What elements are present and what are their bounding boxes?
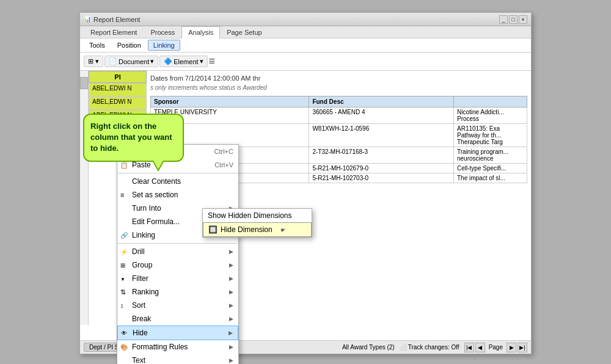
formatting-arrow: ▶ [229,344,233,350]
toolbar-element-btn[interactable]: 🔷 Element ▾ [159,56,207,67]
desc-cell: The impact of sl... [454,173,527,183]
toolbar-group-left: ⊞ ▾ 📄 Document ▾ 🔷 Element ▾ ≡ [84,55,215,68]
toolbar-expand-btn[interactable]: ≡ [209,55,216,68]
table-row: TEMPLE UNIVERSITY 360665 - AMEND 4 Nicot… [151,107,527,124]
sub-tab-linking[interactable]: Linking [148,40,180,51]
menu-set-section[interactable]: Set as section [117,188,238,202]
tab-report-element[interactable]: Report Element [84,26,144,38]
document-dropdown-icon: ▾ [150,57,154,65]
sub-tab-tools[interactable]: Tools [84,40,111,51]
sort-icon [120,302,124,309]
menu-break[interactable]: Break ▶ [117,312,238,326]
menu-formatting-rules[interactable]: Formatting Rules ▶ [117,340,238,354]
nav-prev-btn[interactable]: ◀ [475,343,485,352]
menu-sort[interactable]: Sort ▶ [117,299,238,312]
drill-icon [120,248,128,255]
break-arrow: ▶ [229,316,233,322]
status-all-award: All Award Types (2) [342,344,395,351]
menu-separator-2 [117,243,238,244]
hide-arrow: ▶ [229,330,233,336]
maximize-button[interactable]: □ [509,15,518,24]
element-dropdown-icon: ▾ [200,57,203,65]
menu-ranking[interactable]: Ranking ▶ [117,285,238,299]
nav-first-btn[interactable]: |◀ [464,343,474,352]
track-changes-icon: ⬜ [400,344,406,351]
tab-page-setup[interactable]: Page Setup [220,26,269,38]
col-fund: Fund Desc [309,96,454,107]
fund-cell: 5-R21-MH-102703-0 [309,173,454,183]
table-row: ARMY W81XWH-12-1-0596 AR110135: Exa Path… [151,124,527,147]
fund-cell: W81XWH-12-1-0596 [309,124,454,147]
menu-text[interactable]: Text ▶ [117,354,238,364]
document-icon: 📄 [109,57,117,65]
report-header: Dates from 7/1/2014 12:00:00 AM thr [150,75,527,82]
ribbon-toolbar: ⊞ ▾ 📄 Document ▾ 🔷 Element ▾ ≡ [80,53,531,71]
rank-icon [120,288,126,296]
hide-icon [121,329,127,337]
close-button[interactable]: × [519,15,527,24]
menu-separator-1 [117,173,238,173]
submenu-show-hidden[interactable]: Show Hidden Dimensions [203,209,312,222]
group-icon [120,261,125,269]
window-title: Report Element [93,16,497,23]
cursor-indicator: ☛ [280,227,286,233]
ribbon-tabs: Report Element Process Analysis Page Set… [80,26,531,38]
desc-cell: Cell-type Specifi... [454,164,527,173]
filter-icon [120,275,125,282]
desc-cell: Training program... neuroscience [454,147,527,164]
fund-cell: 360665 - AMEND 4 [309,107,454,124]
title-bar: 📊 Report Element _ □ × [80,13,531,26]
pi-cell-2: ABEL,EDWI N [89,96,147,110]
hide-dim-icon: 🔲 [208,225,218,234]
main-window: 📊 Report Element _ □ × Report Element Pr… [79,12,532,354]
status-track-changes: ⬜ Track changes: Off [400,344,459,351]
paste-icon: 📋 [120,162,128,169]
ranking-arrow: ▶ [229,289,233,295]
hide-submenu: Show Hidden Dimensions 🔲 Hide Dimension … [202,208,312,238]
sub-tab-position[interactable]: Position [112,40,147,51]
window-icon: 📊 [84,16,91,23]
fund-cell: 5-R21-MH-102679-0 [309,164,454,173]
submenu-hide-dimension[interactable]: 🔲 Hide Dimension ☛ [203,222,312,237]
section-icon [120,191,124,198]
ribbon-sub-tabs: Tools Position Linking [80,38,531,53]
link-icon [120,231,128,239]
menu-group[interactable]: Group ▶ [117,258,238,272]
pi-cell-1: ABEL,EDWI N [89,83,147,96]
menu-drill[interactable]: Drill ▶ [117,245,238,258]
pi-column-header: PI [89,71,147,83]
fund-cell: 2-T32-MH-017168-3 [309,147,454,164]
scrollbar-thumb[interactable] [80,77,88,89]
nav-last-btn[interactable]: ▶| [518,343,527,352]
text-arrow: ▶ [229,357,233,363]
content-area: PI ABEL,EDWI N ABEL,EDWI N ABEL,EDWI N A… [80,71,531,338]
filter-arrow: ▶ [229,275,233,282]
col-desc [454,96,527,107]
col-sponsor: Sponsor [151,96,309,107]
nav-next-btn[interactable]: ▶ [507,343,516,352]
status-navigation: |◀ ◀ Page ▶ ▶| [464,343,527,352]
sort-arrow: ▶ [229,302,233,308]
group-arrow: ▶ [229,262,233,268]
toolbar-document-btn[interactable]: 📄 Document ▾ [104,56,158,67]
context-menu: Copy Ctrl+C 📋 Paste Ctrl+V Clear Content… [117,144,239,364]
drill-arrow: ▶ [229,249,233,255]
format-icon [120,343,128,351]
speech-bubble: Right click on the column that you want … [83,114,184,162]
menu-filter[interactable]: Filter ▶ [117,272,238,285]
menu-clear[interactable]: Clear Contents [117,175,238,188]
report-subheader: s only increments whose status is Awarde… [150,84,527,91]
tab-analysis[interactable]: Analysis [181,26,220,38]
minimize-button[interactable]: _ [499,15,508,24]
desc-cell: Nicotine Addicti... Process [454,107,527,124]
desc-cell: AR110135: Exa Pathway for th... Therapeu… [454,124,527,147]
element-icon: 🔷 [164,57,172,65]
left-scrollbar[interactable] [80,71,89,325]
tab-process[interactable]: Process [144,26,181,38]
toolbar-grid-btn[interactable]: ⊞ ▾ [84,56,103,67]
window-controls: _ □ × [499,15,527,24]
menu-hide[interactable]: Hide ▶ [117,326,238,340]
